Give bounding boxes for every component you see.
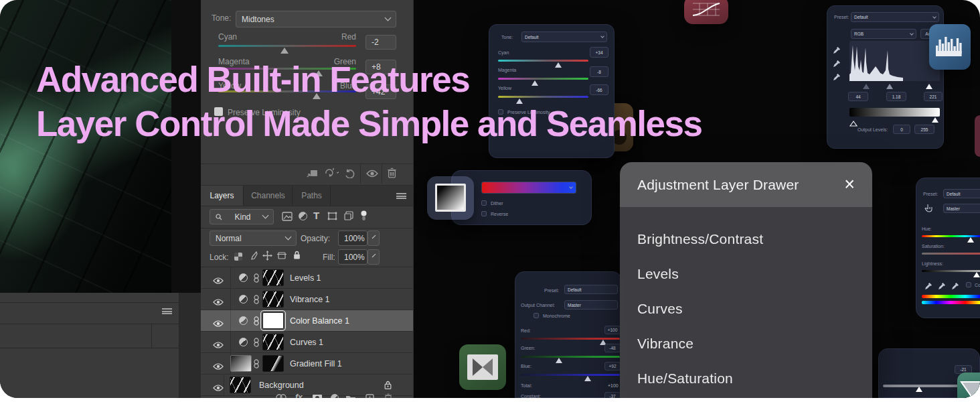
layer-effects-icon[interactable]: fx	[295, 393, 303, 398]
new-layer-icon[interactable]	[365, 394, 374, 398]
highlights-handle[interactable]	[926, 84, 932, 89]
trash-icon[interactable]	[387, 168, 397, 178]
lock-transparency-icon[interactable]	[234, 253, 242, 261]
layer-mask-thumbnail[interactable]	[262, 269, 284, 286]
clip-mask-icon[interactable]	[307, 169, 319, 178]
filter-pin-toggle-icon[interactable]	[360, 210, 368, 221]
filter-adjustment-icon[interactable]	[299, 212, 307, 220]
tab-paths[interactable]: Paths	[293, 186, 331, 206]
eye-icon[interactable]	[213, 339, 224, 351]
filter-image-icon[interactable]	[282, 212, 293, 221]
output-min-value[interactable]: 0	[893, 125, 910, 134]
layer-row-color-balance-selected[interactable]: Color Balance 1	[201, 310, 413, 332]
monochrome-checkbox[interactable]	[534, 313, 539, 318]
channel-dropdown[interactable]: RGB	[851, 29, 916, 39]
lightness-slider[interactable]	[922, 270, 980, 272]
filter-shape-icon[interactable]	[327, 212, 337, 220]
hue-handle[interactable]	[967, 237, 974, 243]
drawer-item-levels[interactable]: Levels	[637, 266, 679, 283]
fill-value[interactable]: 100%	[338, 249, 368, 265]
cyan-red-handle[interactable]	[280, 48, 289, 54]
selected-mask-thumbnail[interactable]	[262, 312, 284, 329]
gradient-thumbnail[interactable]	[230, 355, 252, 372]
eye-icon[interactable]	[213, 318, 224, 330]
filter-type-icon[interactable]: T	[313, 210, 319, 221]
kind-filter-dropdown[interactable]: Kind	[210, 209, 274, 224]
cyan-red-value[interactable]: -2	[365, 35, 396, 50]
layer-row-background[interactable]: Background	[201, 375, 413, 396]
lock-artboard-icon[interactable]	[277, 251, 287, 260]
tab-channels[interactable]: Channels	[244, 186, 293, 206]
output-gradient-bar[interactable]	[849, 108, 940, 117]
tone-dropdown[interactable]: Midtones	[236, 11, 396, 27]
green-slider[interactable]	[521, 356, 620, 358]
drawer-item-curves[interactable]: Curves	[637, 301, 683, 318]
layer-row-vibrance[interactable]: Vibrance 1	[201, 289, 413, 310]
blend-mode-dropdown[interactable]: Normal	[210, 230, 297, 246]
lock-all-icon[interactable]	[293, 251, 301, 259]
layers-menu-icon[interactable]	[396, 193, 406, 199]
delete-layer-icon[interactable]	[384, 393, 392, 398]
reverse-checkbox[interactable]	[481, 211, 487, 216]
white-point-eyedropper-icon[interactable]	[833, 72, 841, 84]
close-icon[interactable]: ×	[844, 176, 855, 194]
constant-value[interactable]: -37	[604, 392, 621, 398]
red-value[interactable]: +100	[604, 326, 621, 334]
black-point-eyedropper-icon[interactable]	[833, 45, 841, 57]
link-layers-icon[interactable]	[276, 394, 287, 398]
drawer-item-brightness-contrast[interactable]: Brightness/Contrast	[637, 231, 763, 249]
output-max-value[interactable]: 255	[914, 125, 934, 134]
background-thumbnail[interactable]	[230, 377, 251, 393]
drawer-item-vibrance[interactable]: Vibrance	[637, 336, 693, 353]
eye-icon[interactable]	[213, 275, 224, 287]
channel-dropdown[interactable]: Master	[943, 204, 980, 213]
layer-mask-thumbnail[interactable]	[262, 355, 284, 372]
input-highlights-value[interactable]: 221	[924, 92, 943, 101]
panel-menu-icon[interactable]	[162, 308, 172, 314]
output-white-handle[interactable]	[932, 117, 938, 123]
midtones-handle[interactable]	[886, 84, 893, 89]
tab-layers[interactable]: Layers	[201, 186, 244, 206]
gradient-tool-icon[interactable]	[427, 176, 474, 220]
eyedropper-minus-icon[interactable]	[951, 281, 959, 293]
slider-handle[interactable]	[916, 387, 922, 392]
saturation-slider[interactable]	[922, 253, 980, 255]
preset-dropdown[interactable]: Default	[851, 12, 939, 22]
blue-value[interactable]: +92	[604, 362, 621, 371]
lock-move-icon[interactable]	[262, 251, 272, 261]
green-value[interactable]: -48	[604, 344, 621, 352]
add-mask-icon[interactable]	[312, 394, 323, 398]
targeted-adjust-hand-icon[interactable]	[924, 203, 932, 215]
layer-mask-thumbnail[interactable]	[262, 291, 284, 308]
lightness-handle[interactable]	[973, 272, 980, 277]
eye-icon[interactable]	[213, 296, 224, 308]
visibility-eye-icon[interactable]	[366, 170, 378, 178]
gradient-bar[interactable]	[481, 182, 576, 194]
input-shadows-value[interactable]: 44	[848, 92, 868, 101]
fill-stepper[interactable]	[368, 249, 380, 265]
undo-arrow-icon[interactable]	[344, 168, 356, 178]
loop-arrows-icon[interactable]	[324, 168, 339, 178]
blue-handle[interactable]	[584, 376, 591, 381]
eye-icon[interactable]	[213, 360, 224, 373]
gray-point-eyedropper-icon[interactable]	[833, 58, 841, 70]
filter-smart-object-icon[interactable]	[344, 211, 353, 220]
layer-row-gradient-fill[interactable]: Gradient Fill 1	[201, 353, 413, 375]
input-midtones-value[interactable]: 1.18	[886, 92, 906, 101]
eye-icon[interactable]	[213, 382, 224, 394]
new-adjustment-icon[interactable]	[331, 394, 339, 398]
preset-dropdown[interactable]: Default	[943, 189, 980, 198]
lock-paint-brush-icon[interactable]	[248, 251, 258, 261]
colorize-checkbox[interactable]	[966, 282, 971, 287]
layer-mask-thumbnail[interactable]	[262, 334, 284, 350]
layer-row-curves[interactable]: Curves 1	[201, 332, 413, 353]
eyedropper-icon[interactable]	[924, 281, 932, 293]
drawer-item-hue-saturation[interactable]: Hue/Saturation	[637, 371, 733, 388]
eyedropper-plus-icon[interactable]	[938, 281, 946, 293]
output-black-handle[interactable]	[849, 117, 858, 129]
cyan-red-slider[interactable]	[218, 45, 356, 47]
shadows-handle[interactable]	[863, 84, 870, 89]
new-group-icon[interactable]	[345, 394, 356, 398]
cyan-value[interactable]: +34	[590, 47, 608, 58]
opacity-value[interactable]: 100%	[338, 230, 368, 246]
